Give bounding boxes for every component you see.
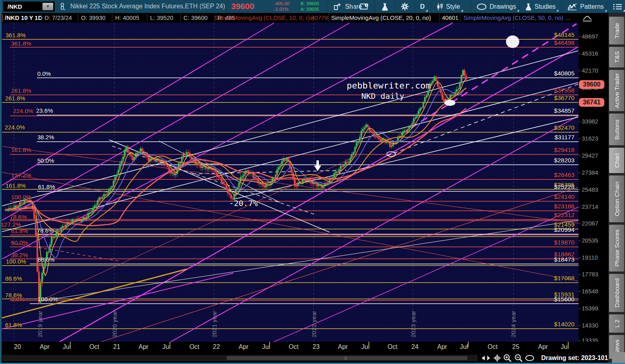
trendline (2, 83, 578, 232)
fib-level-label: 361.8% (11, 40, 31, 47)
scrollbar-grip: ☰ (344, 356, 348, 360)
sma10-label[interactable]: SimpleMovingAvg (CLOSE, 10, 0, no) (214, 14, 314, 21)
fib-level-label: 224.0% (13, 108, 33, 114)
sidebar-tab-buttons[interactable]: Buttons (609, 114, 624, 145)
scrollbar-thumb[interactable]: ☰ (227, 356, 467, 360)
settings-button[interactable] (397, 0, 413, 13)
sidebar-tab-l-2[interactable]: L 2 (609, 314, 624, 333)
price-axis-tick: 33982 (582, 118, 598, 125)
ohlc-field: O: 39930 (81, 14, 106, 21)
symbol-dropdown-button[interactable]: ▼ (42, 3, 53, 10)
price-axis[interactable]: 4869745316421703924236517339823162329427… (579, 23, 608, 342)
ellipse-drawing (445, 100, 455, 106)
price-level-label: $17068 (554, 275, 575, 282)
gear-icon (401, 2, 409, 11)
link-charts-icon[interactable] (60, 3, 65, 11)
sidebar-tab-label: Chart (613, 153, 620, 168)
year-watermark-label: 2020 year (111, 311, 118, 337)
fib-level-label: 88.6% (5, 275, 22, 282)
chart-plot-area[interactable]: 361.8%361.8%0.0%261.8%261.8%224.0%23.6%2… (2, 23, 579, 342)
july-gridline-mark (368, 342, 369, 347)
time-axis[interactable]: 20AprJulOct21AprJulOct22AprJulOct23AprJu… (0, 342, 608, 354)
year-watermark-label: 2024 year (510, 311, 517, 337)
year-watermark-label: 2019 year (37, 311, 43, 337)
news-info-icon: i (360, 3, 369, 10)
price-level-label: $18473 (554, 256, 575, 263)
studies-overflow[interactable]: ... (565, 14, 571, 21)
price-axis-tick: 16548 (582, 288, 598, 295)
july-gridline-mark (269, 342, 270, 347)
sidebar-tab-active-trader[interactable]: Active Trader (609, 70, 624, 111)
sidebar-tab-label: Dashboard (613, 278, 620, 307)
chart-expand-icon[interactable] (582, 15, 592, 22)
price-axis-tick: 48697 (582, 33, 598, 40)
time-axis-tick: Apr (139, 343, 149, 351)
price-level-label: $23166 (554, 203, 575, 210)
sidebar-tab-label: T&S (613, 51, 620, 63)
zoom-in-button[interactable] (503, 354, 512, 362)
sidebar-tab-label: L 2 (613, 320, 620, 327)
fib-level-label: 38.2% (37, 134, 54, 141)
drawing-set-selector[interactable]: Drawing set: 2023-1013 (541, 354, 611, 362)
chart-scrollbar[interactable]: ☰ (2, 355, 477, 361)
moving-average (6, 108, 466, 225)
pan-mode-button[interactable] (492, 354, 502, 362)
price-level-label: $46498 (554, 39, 575, 46)
time-axis-tick: 23 (312, 343, 320, 351)
symbol-input[interactable]: /NKD ▼ (3, 2, 55, 12)
price-axis-tick: 23714 (582, 203, 598, 210)
drawings-button[interactable]: Drawings (473, 0, 520, 13)
sidebar-tab-chart[interactable]: Chart (609, 148, 624, 173)
alerts-button[interactable]: i (356, 0, 373, 13)
time-axis-tick: Apr (239, 343, 249, 351)
july-gridline-mark (70, 342, 71, 347)
symbol-period: /NKD 10 Y 1D (5, 14, 42, 21)
ohlc-field: D: 7/23/24 (44, 14, 72, 21)
trendline (2, 51, 578, 206)
studies-button[interactable]: Studies (521, 0, 559, 13)
ellipse-drawing (387, 152, 395, 156)
sidebar-tab-option-chain[interactable]: Option Chain (609, 175, 624, 222)
time-axis-tick: Oct (388, 343, 397, 351)
price-axis-tick: 31623 (582, 135, 598, 142)
app-window: /NKD ▼ Nikkei 225 Stock Average Index Fu… (0, 0, 625, 364)
ellipse-tool-button[interactable] (525, 354, 534, 362)
price-level-label: $20994 (554, 226, 575, 233)
share-icon (334, 3, 342, 10)
fit-width-button[interactable] (481, 354, 491, 362)
fib-level-label: 61.8% (11, 227, 28, 234)
sidebar-tab-t-s[interactable]: T&S (609, 47, 624, 67)
corner-resize-block[interactable] (612, 352, 625, 363)
fib-level-label: 0.0% (11, 296, 25, 302)
price-axis-tick: 14330 (582, 322, 598, 329)
style-button[interactable]: Style (433, 0, 464, 13)
fib-level-label: 78.6% (37, 227, 54, 234)
sidebar-tab-phase-scores[interactable]: Phase Scores (609, 225, 624, 272)
sidebar-tab-dashboard[interactable]: Dashboard (609, 274, 624, 312)
price-level-label: $37958 (554, 87, 575, 94)
fib-level-label: 100.0% (11, 194, 31, 200)
price-level-label: $15600 (554, 296, 575, 303)
sma20-label[interactable]: SimpleMovingAvg (CLOSE, 20, 0, no) (331, 14, 431, 21)
candlestick-icon (437, 3, 443, 11)
fib-level-label: 61.8% (38, 183, 55, 190)
sma50-label[interactable]: SimpleMovingAvg (CLOSE, 50, 0, no) (463, 14, 563, 21)
top-toolbar: /NKD ▼ Nikkei 225 Stock Average Index Fu… (0, 0, 625, 13)
ohlc-field: H: 40005 (115, 14, 139, 21)
price-level-label: $24140 (554, 193, 575, 200)
zoom-out-button[interactable] (514, 354, 523, 362)
symbol-text: /NKD (8, 3, 22, 10)
analysis-tools-button[interactable] (377, 0, 392, 13)
price-level-label: $19870 (554, 239, 575, 246)
zoom-out-icon (514, 354, 523, 362)
fib-level-label: 100.0% (6, 258, 26, 265)
sidebar-tab-label: Option Chain (613, 181, 620, 216)
patterns-button[interactable]: Patterns (563, 0, 608, 13)
drawdown-annotation: -20.7% (229, 198, 258, 208)
trendline (2, 146, 578, 223)
menu-button[interactable] (609, 0, 625, 13)
price-level-label: $28203 (554, 157, 575, 164)
timeframe-button[interactable]: D (416, 0, 429, 13)
fib-level-label: 50.0% (11, 239, 28, 246)
sidebar-tab-trade[interactable]: Trade (609, 17, 624, 44)
